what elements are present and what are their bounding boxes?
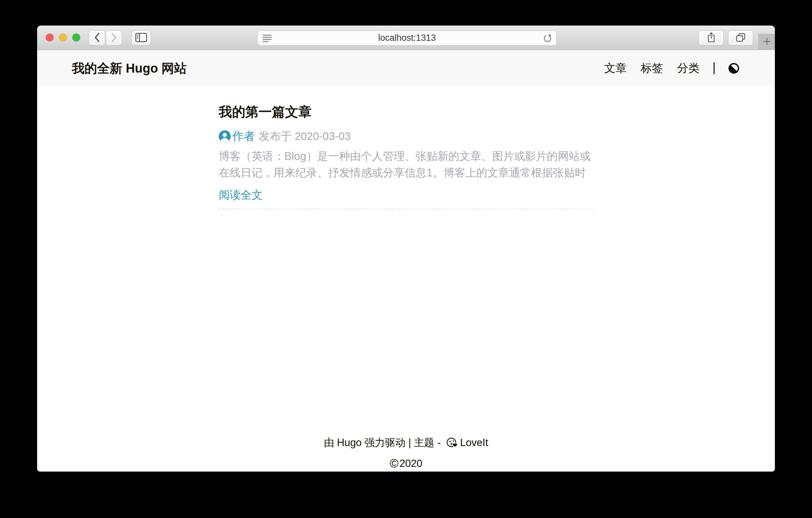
- footer-middle: 强力驱动 | 主题 -: [361, 437, 443, 448]
- post-divider: [219, 209, 593, 209]
- nav-item-tags[interactable]: 标签: [641, 61, 663, 76]
- new-tab-icon: [763, 37, 771, 47]
- copyright-icon: ©: [390, 457, 399, 470]
- back-button[interactable]: [89, 30, 105, 46]
- window-controls: [46, 33, 80, 42]
- footer-copyright: ©2020: [37, 458, 775, 470]
- nav-divider: [714, 62, 715, 74]
- zoom-window-button[interactable]: [72, 33, 80, 42]
- footer-prefix: 由: [324, 437, 337, 448]
- reader-view-icon[interactable]: [262, 34, 272, 45]
- hugo-link[interactable]: Hugo: [337, 437, 361, 448]
- post-title-link[interactable]: 我的第一篇文章: [219, 105, 593, 119]
- theme-toggle-icon[interactable]: [728, 63, 739, 74]
- theme-link[interactable]: LoveIt: [460, 437, 488, 448]
- site-nav: 文章 标签 分类: [604, 61, 739, 76]
- desktop-background: localhost:1313: [0, 0, 812, 518]
- copyright-year: 2020: [399, 458, 422, 469]
- read-more-link[interactable]: 阅读全文: [219, 188, 262, 201]
- share-button[interactable]: [699, 30, 724, 46]
- new-tab-button[interactable]: [758, 34, 775, 50]
- post-excerpt: 博客（英语：Blog）是一种由个人管理、张贴新的文章、图片或影片的网站或在线日记…: [219, 148, 593, 181]
- forward-icon: [111, 32, 117, 44]
- author-link[interactable]: 作者: [232, 129, 255, 144]
- page-content: 我的第一篇文章 作者 发布于 2020-03-03: [37, 86, 775, 471]
- publish-date: 发布于 2020-03-03: [259, 129, 351, 144]
- url-field[interactable]: localhost:1313: [258, 30, 556, 46]
- footer-powered-by: 由 Hugo 强力驱动 | 主题 - LoveIt: [37, 437, 775, 451]
- sidebar-toggle-button[interactable]: [132, 30, 151, 46]
- tabs-overview-icon: [736, 33, 746, 44]
- forward-button[interactable]: [106, 30, 122, 46]
- back-icon: [94, 32, 100, 44]
- nav-item-posts[interactable]: 文章: [604, 61, 627, 76]
- close-window-button[interactable]: [46, 33, 54, 42]
- reload-icon[interactable]: [543, 34, 552, 46]
- minimize-window-button[interactable]: [59, 33, 67, 42]
- safari-window: localhost:1313: [37, 26, 775, 471]
- kiss-face-icon: [446, 437, 458, 451]
- site-header: 我的全新 Hugo 网站 文章 标签 分类: [37, 50, 775, 86]
- url-text: localhost:1313: [378, 33, 436, 43]
- site-footer: 由 Hugo 强力驱动 | 主题 - LoveIt ©2020: [37, 437, 775, 470]
- site-title-link[interactable]: 我的全新 Hugo 网站: [72, 60, 186, 77]
- post-meta: 作者 发布于 2020-03-03: [219, 129, 593, 144]
- nav-item-categories[interactable]: 分类: [677, 61, 700, 76]
- browser-toolbar: localhost:1313: [37, 26, 775, 50]
- show-all-tabs-button[interactable]: [728, 30, 753, 46]
- share-icon: [706, 32, 716, 44]
- sidebar-icon: [135, 33, 147, 44]
- post-summary: 我的第一篇文章 作者 发布于 2020-03-03: [219, 86, 593, 209]
- user-avatar-icon: [219, 130, 231, 142]
